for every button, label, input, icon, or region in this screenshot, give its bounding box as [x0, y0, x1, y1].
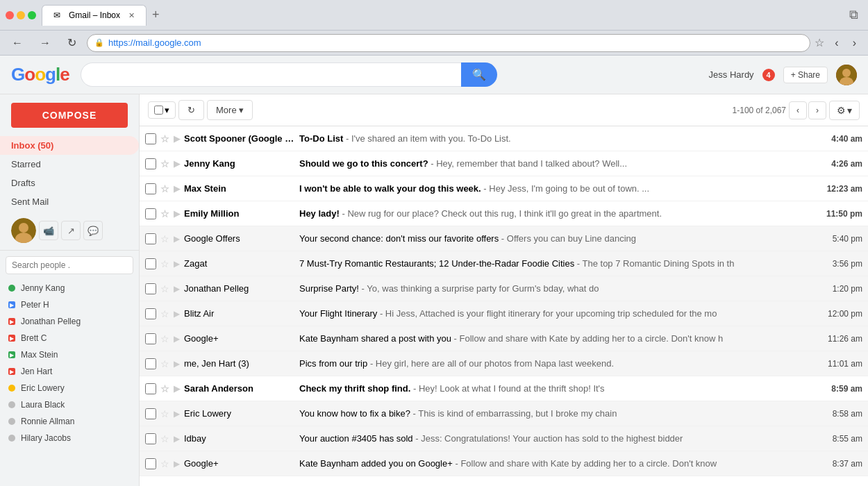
important-icon[interactable]: ▶ — [174, 259, 180, 269]
star-icon[interactable]: ☆ — [160, 433, 169, 444]
email-checkbox[interactable] — [145, 183, 156, 194]
email-row[interactable]: ☆ ▶ Emily Million Hey lady! - New rug fo… — [140, 201, 868, 226]
important-icon[interactable]: ▶ — [174, 184, 180, 194]
nav-next-button[interactable]: › — [846, 33, 862, 53]
person-ronnie-allman[interactable]: Ronnie Allman — [6, 413, 133, 430]
email-row[interactable]: ☆ ▶ Jonathan Pelleg Surprise Party! - Yo… — [140, 276, 868, 301]
important-icon[interactable]: ▶ — [174, 134, 180, 144]
share-button[interactable]: + Share — [783, 67, 828, 83]
important-icon[interactable]: ▶ — [174, 284, 180, 294]
email-checkbox[interactable] — [145, 358, 156, 369]
person-jenny-kang[interactable]: Jenny Kang — [6, 280, 133, 296]
email-row[interactable]: ☆ ▶ Scott Spooner (Google Dr. To-Do List… — [140, 126, 868, 151]
close-window-button[interactable] — [6, 11, 14, 19]
important-icon[interactable]: ▶ — [174, 334, 180, 344]
search-people-input[interactable] — [6, 256, 133, 274]
person-jen-hart[interactable]: ▶ Jen Hart — [6, 363, 133, 380]
star-icon[interactable]: ☆ — [160, 358, 169, 369]
email-checkbox[interactable] — [145, 158, 156, 169]
star-icon[interactable]: ☆ — [160, 458, 169, 469]
email-row[interactable]: ☆ ▶ Google+ Kate Baynham added you on Go… — [140, 451, 868, 476]
star-icon[interactable]: ☆ — [160, 183, 169, 194]
person-brett-c[interactable]: ▶ Brett C — [6, 330, 133, 346]
star-icon[interactable]: ☆ — [160, 233, 169, 244]
more-toolbar-button[interactable]: More ▾ — [207, 100, 253, 120]
important-icon[interactable]: ▶ — [174, 384, 180, 394]
important-icon[interactable]: ▶ — [174, 459, 180, 469]
refresh-button[interactable]: ↻ — [61, 33, 83, 53]
select-all-checkbox[interactable] — [154, 106, 163, 115]
select-dropdown-arrow[interactable]: ▾ — [165, 105, 169, 115]
star-icon[interactable]: ☆ — [160, 158, 169, 169]
compose-button[interactable]: COMPOSE — [11, 103, 128, 128]
star-icon[interactable]: ☆ — [160, 133, 169, 144]
search-input[interactable] — [81, 62, 461, 87]
star-icon[interactable]: ☆ — [160, 408, 169, 419]
pagination-prev-button[interactable]: ‹ — [789, 101, 807, 119]
person-jonathan-pelleg[interactable]: ▶ Jonathan Pelleg — [6, 313, 133, 330]
email-row[interactable]: ☆ ▶ me, Jen Hart (3) Pics from our trip … — [140, 351, 868, 376]
star-icon[interactable]: ☆ — [160, 258, 169, 269]
maximize-window-button[interactable] — [28, 11, 36, 19]
star-icon[interactable]: ☆ — [160, 283, 169, 294]
user-avatar[interactable] — [11, 218, 36, 243]
sidebar-item-inbox[interactable]: Inbox (50) — [0, 136, 139, 155]
share-action-button[interactable]: ↗ — [61, 221, 81, 240]
sidebar-item-sent[interactable]: Sent Mail — [0, 192, 139, 211]
email-row[interactable]: ☆ ▶ Blitz Air Your Flight Itinerary - Hi… — [140, 301, 868, 326]
star-icon[interactable]: ☆ — [160, 383, 169, 394]
email-row[interactable]: ☆ ▶ Eric Lowery You know how to fix a bi… — [140, 401, 868, 426]
important-icon[interactable]: ▶ — [174, 434, 180, 444]
video-call-button[interactable]: 📹 — [39, 221, 58, 240]
sidebar-item-drafts[interactable]: Drafts — [0, 174, 139, 192]
email-checkbox[interactable] — [145, 433, 156, 444]
person-laura-black[interactable]: Laura Black — [6, 396, 133, 413]
email-checkbox[interactable] — [145, 408, 156, 419]
tab-close-button[interactable]: ✕ — [128, 11, 135, 20]
star-icon[interactable]: ☆ — [160, 208, 169, 219]
email-checkbox[interactable] — [145, 308, 156, 319]
person-eric-lowery[interactable]: Eric Lowery — [6, 380, 133, 396]
notification-badge[interactable]: 4 — [762, 69, 775, 81]
important-icon[interactable]: ▶ — [174, 159, 180, 169]
new-tab-button[interactable]: + — [149, 8, 162, 22]
select-all-dropdown[interactable]: ▾ — [148, 101, 176, 119]
email-checkbox[interactable] — [145, 333, 156, 344]
address-bar[interactable]: 🔒 https://mail.google.com — [87, 34, 810, 52]
important-icon[interactable]: ▶ — [174, 209, 180, 219]
email-checkbox[interactable] — [145, 383, 156, 394]
search-button[interactable]: 🔍 — [461, 62, 497, 87]
refresh-toolbar-button[interactable]: ↻ — [178, 100, 204, 120]
sidebar-item-starred[interactable]: Starred — [0, 155, 139, 174]
person-peter-h[interactable]: ▶ Peter H — [6, 296, 133, 313]
email-row[interactable]: ☆ ▶ Jenny Kang Should we go to this conc… — [140, 151, 868, 176]
pagination-next-button[interactable]: › — [808, 101, 826, 119]
person-hilary-jacobs[interactable]: Hilary Jacobs — [6, 430, 133, 446]
bookmark-button[interactable]: ☆ — [815, 36, 824, 49]
email-checkbox[interactable] — [145, 233, 156, 244]
email-row[interactable]: ☆ ▶ Sarah Anderson Check my thrift shop … — [140, 376, 868, 401]
important-icon[interactable]: ▶ — [174, 409, 180, 419]
email-checkbox[interactable] — [145, 133, 156, 144]
email-row[interactable]: ☆ ▶ Max Stein I won't be able to walk yo… — [140, 176, 868, 201]
chat-button[interactable]: 💬 — [83, 221, 103, 240]
back-button[interactable]: ← — [6, 33, 29, 53]
email-checkbox[interactable] — [145, 208, 156, 219]
person-max-stein[interactable]: ▶ Max Stein — [6, 346, 133, 363]
restore-window-button[interactable]: ⧉ — [845, 6, 862, 24]
forward-button[interactable]: → — [33, 33, 57, 53]
email-row[interactable]: ☆ ▶ Zagat 7 Must-Try Romantic Restaurant… — [140, 251, 868, 276]
star-icon[interactable]: ☆ — [160, 333, 169, 344]
email-checkbox[interactable] — [145, 258, 156, 269]
star-icon[interactable]: ☆ — [160, 308, 169, 319]
important-icon[interactable]: ▶ — [174, 309, 180, 319]
settings-button[interactable]: ⚙ ▾ — [829, 101, 860, 120]
email-checkbox[interactable] — [145, 458, 156, 469]
important-icon[interactable]: ▶ — [174, 359, 180, 369]
important-icon[interactable]: ▶ — [174, 234, 180, 244]
gmail-tab[interactable]: ✉ Gmail – Inbox ✕ — [42, 5, 147, 26]
minimize-window-button[interactable] — [17, 11, 25, 19]
email-row[interactable]: ☆ ▶ Google Offers Your second chance: do… — [140, 226, 868, 251]
email-checkbox[interactable] — [145, 283, 156, 294]
email-row[interactable]: ☆ ▶ Idbay Your auction #3405 has sold - … — [140, 426, 868, 451]
